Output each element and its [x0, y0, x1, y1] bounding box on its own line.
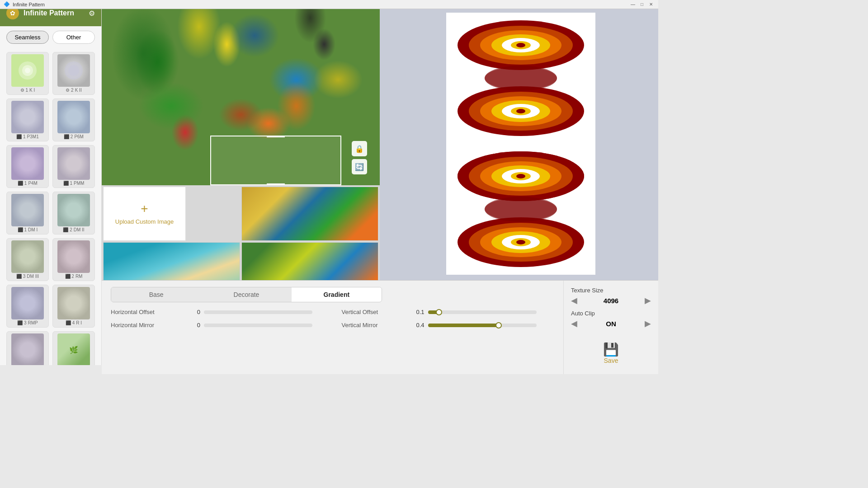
pattern-item[interactable]: ⬛ 1P3M1	[6, 99, 49, 141]
refresh-tool-button[interactable]: 🔄	[352, 159, 367, 174]
save-section: 💾 Save	[571, 333, 651, 368]
horizontal-offset-track[interactable]	[204, 310, 312, 314]
image-item[interactable]	[241, 242, 378, 280]
auto-clip-label: Auto Clip	[571, 310, 651, 317]
horizontal-mirror-control: Horizontal Mirror 0	[111, 322, 324, 328]
save-icon: 💾	[603, 342, 619, 357]
close-button[interactable]: ✕	[647, 1, 655, 8]
pattern-thumb	[11, 54, 44, 87]
pattern-item[interactable]: 🌿 🌿 1P I	[52, 331, 95, 365]
upload-custom-image-button[interactable]: + Upload Custom Image	[103, 187, 186, 241]
divider	[380, 9, 383, 280]
tab-other[interactable]: Other	[52, 31, 95, 44]
canvas-area[interactable]: 🔒 🔄	[102, 9, 380, 185]
app-icon: 🔷	[4, 1, 10, 7]
pattern-thumb	[57, 194, 90, 226]
texture-size-section: Texture Size ◀ 4096 ▶	[571, 287, 651, 305]
minimize-button[interactable]: —	[629, 1, 637, 8]
pattern-item[interactable]: ⬛ 4R I	[52, 285, 95, 328]
upload-plus-icon: +	[141, 202, 148, 216]
preview-svg	[446, 13, 595, 275]
auto-clip-section: Auto Clip ◀ ON ▶	[571, 310, 651, 328]
pattern-item[interactable]: ⬛ 3RMP	[6, 285, 49, 328]
svg-point-2	[25, 68, 30, 73]
vertical-offset-value: 0.1	[409, 309, 425, 315]
pattern-thumb	[11, 194, 44, 226]
pattern-name: K II	[75, 88, 82, 93]
texture-size-label: Texture Size	[571, 287, 651, 294]
horizontal-mirror-value: 0	[187, 322, 200, 328]
horizontal-mirror-track[interactable]	[204, 324, 312, 327]
selection-tools: 🔒 🔄	[352, 141, 367, 174]
bottom-tabs: Base Decorate Gradient	[111, 287, 382, 302]
pattern-thumb	[11, 287, 44, 319]
preview-canvas	[446, 13, 595, 275]
pattern-thumb	[57, 54, 90, 87]
window-controls: — □ ✕	[629, 1, 655, 8]
horizontal-offset-value: 0	[187, 309, 200, 315]
pattern-item[interactable]: ⬛ 3DM III	[6, 238, 49, 281]
pattern-item[interactable]: ⚙ 2K II	[52, 52, 95, 95]
auto-clip-control: ◀ ON ▶	[571, 319, 651, 328]
pattern-item[interactable]: ⬛ 5R II	[6, 331, 49, 365]
bottom-panel: Base Decorate Gradient Horizontal Offset…	[102, 280, 658, 374]
save-label: Save	[604, 357, 618, 364]
auto-clip-increase[interactable]: ▶	[645, 319, 651, 328]
upload-label: Upload Custom Image	[115, 218, 174, 226]
left-panel: 🔒 🔄 + Upload Custom Image	[102, 9, 380, 280]
bottom-right-panel: Texture Size ◀ 4096 ▶ Auto Clip ◀ ON ▶ 💾	[563, 281, 658, 374]
vertical-mirror-thumb[interactable]	[495, 322, 502, 328]
selection-handle-bottom	[267, 183, 285, 185]
selection-box[interactable]	[210, 136, 341, 185]
texture-size-increase[interactable]: ▶	[645, 296, 651, 305]
save-button[interactable]: 💾 Save	[603, 342, 619, 364]
pattern-thumb	[57, 287, 90, 319]
tab-decorate[interactable]: Decorate	[201, 287, 291, 302]
controls-row-1: Horizontal Offset 0 Vertical Offset 0.1	[111, 309, 554, 315]
sidebar: ✿ Infinite Pattern ⚙ Seamless Other ⚙ 1K…	[0, 0, 102, 365]
pattern-thumb	[11, 333, 44, 365]
selection-handle-top	[267, 136, 285, 137]
bottom-controls: Base Decorate Gradient Horizontal Offset…	[102, 281, 563, 374]
controls-row-2: Horizontal Mirror 0 Vertical Mirror 0.4	[111, 322, 554, 328]
texture-size-control: ◀ 4096 ▶	[571, 296, 651, 305]
image-item[interactable]	[103, 242, 240, 280]
svg-point-4	[68, 65, 79, 76]
pattern-name: K I	[29, 88, 35, 93]
auto-clip-decrease[interactable]: ◀	[571, 319, 577, 328]
pattern-item[interactable]: ⬛ 2DM II	[52, 192, 95, 235]
vertical-offset-track[interactable]	[428, 310, 537, 314]
pattern-item[interactable]: ⬛ 2RM	[52, 238, 95, 281]
vertical-offset-thumb[interactable]	[436, 309, 442, 315]
pattern-item[interactable]: ⬛ 1P4M	[6, 145, 49, 188]
pattern-item[interactable]: ⚙ 1K I	[6, 52, 49, 95]
pattern-item[interactable]: ⬛ 1DM I	[6, 192, 49, 235]
pattern-thumb	[11, 240, 44, 273]
image-thumbnail	[242, 243, 378, 280]
pattern-item[interactable]: ⬛ 2P6M	[52, 99, 95, 141]
vertical-mirror-track[interactable]	[428, 324, 537, 327]
pattern-badge: ⚙ 1	[20, 88, 28, 93]
main-area: 🔒 🔄 + Upload Custom Image	[102, 9, 658, 374]
texture-size-value: 4096	[580, 297, 642, 305]
tab-gradient[interactable]: Gradient	[292, 287, 382, 302]
settings-icon[interactable]: ⚙	[89, 9, 95, 18]
svg-point-28	[516, 174, 525, 178]
vertical-mirror-value: 0.4	[409, 322, 425, 328]
horizontal-offset-control: Horizontal Offset 0	[111, 309, 324, 315]
pattern-thumb	[57, 101, 90, 133]
tab-base[interactable]: Base	[111, 287, 201, 302]
image-item[interactable]	[241, 187, 378, 241]
maximize-button[interactable]: □	[638, 1, 646, 8]
lock-tool-button[interactable]: 🔒	[352, 141, 367, 156]
vertical-offset-control: Vertical Offset 0.1	[342, 309, 555, 315]
auto-clip-value: ON	[580, 320, 642, 328]
vertical-mirror-control: Vertical Mirror 0.4	[342, 322, 555, 328]
texture-size-decrease[interactable]: ◀	[571, 296, 577, 305]
vertical-mirror-fill	[428, 324, 499, 327]
pattern-item[interactable]: ⬛ 1PMM	[52, 145, 95, 188]
svg-point-30	[485, 197, 557, 222]
tab-seamless[interactable]: Seamless	[6, 31, 49, 44]
pattern-preview	[383, 9, 658, 280]
pattern-thumb	[11, 101, 44, 133]
